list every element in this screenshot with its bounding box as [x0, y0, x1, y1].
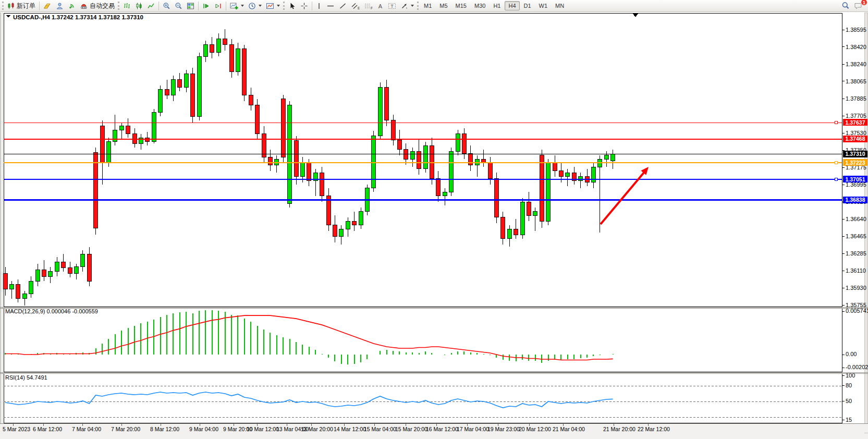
candle-chart-type-button[interactable]: [133, 1, 145, 11]
timeframe-H1[interactable]: H1: [490, 1, 504, 10]
text-label-button[interactable]: T: [386, 1, 398, 11]
trendline-button[interactable]: [337, 1, 349, 11]
svg-text:21 Mar 20:00: 21 Mar 20:00: [603, 426, 635, 432]
fibonacci-button[interactable]: F: [362, 1, 375, 11]
svg-text:5 Mar 2023: 5 Mar 2023: [3, 426, 30, 432]
template-icon: [266, 2, 274, 10]
svg-text:15 Mar 20:00: 15 Mar 20:00: [395, 426, 427, 432]
market-button[interactable]: [41, 1, 54, 11]
zoom-in-button[interactable]: [161, 1, 173, 11]
fibonacci-icon: F: [364, 2, 373, 10]
svg-text:13 Mar 20:00: 13 Mar 20:00: [301, 426, 333, 432]
timeframe-D1[interactable]: D1: [520, 1, 535, 10]
svg-text:1.37310: 1.37310: [846, 151, 865, 157]
svg-text:15: 15: [846, 417, 852, 423]
svg-text:A: A: [378, 3, 383, 9]
bar-chart-icon: [123, 2, 131, 10]
cursor-arrow-icon: [288, 2, 296, 10]
svg-text:10 Mar 12:00: 10 Mar 12:00: [247, 426, 279, 432]
svg-text:1.36838: 1.36838: [846, 197, 865, 203]
indicators-icon: [230, 2, 238, 10]
timeframe-MN[interactable]: MN: [552, 1, 568, 10]
notifications-button[interactable]: 1: [852, 1, 865, 11]
svg-text:1.38240: 1.38240: [846, 61, 866, 67]
svg-text:19 Mar 23:00: 19 Mar 23:00: [487, 426, 520, 432]
svg-text:7 Mar 04:00: 7 Mar 04:00: [72, 426, 101, 432]
svg-text:1.37468: 1.37468: [846, 136, 865, 142]
search-icon: [841, 2, 850, 10]
svg-text:7 Mar 20:00: 7 Mar 20:00: [111, 426, 140, 432]
text-icon: A: [377, 2, 384, 10]
vertical-line-button[interactable]: [314, 1, 324, 11]
periods-button[interactable]: [246, 1, 264, 11]
chevron-down-icon: [241, 5, 244, 7]
toolbar-separator: [158, 2, 159, 10]
timeframe-M5[interactable]: M5: [436, 1, 451, 10]
pane-frames: [0, 14, 868, 423]
svg-text:1.37705: 1.37705: [846, 113, 866, 119]
chart-title: USDCAD-,H4 1.37242 1.37314 1.37182 1.373…: [6, 14, 143, 20]
toolbar-separator: [39, 2, 40, 10]
svg-text:1.36110: 1.36110: [846, 267, 866, 274]
chart-shift-button[interactable]: [212, 1, 224, 11]
timeframe-H4[interactable]: H4: [505, 1, 519, 10]
svg-text:1.38420: 1.38420: [846, 44, 866, 50]
templates-button[interactable]: [264, 1, 282, 11]
auto-trading-button[interactable]: 自动交易: [78, 1, 117, 11]
vertical-line-icon: [316, 2, 322, 10]
toolbar-separator: [198, 2, 199, 10]
signals-button[interactable]: [66, 1, 78, 11]
svg-text:USDCAD-,H4 1.37242 1.37314 1.: USDCAD-,H4 1.37242 1.37314 1.37182 1.373…: [13, 14, 143, 20]
svg-text:15 Mar 04:00: 15 Mar 04:00: [364, 426, 396, 432]
line-chart-type-button[interactable]: [145, 1, 157, 11]
gold-ingot-icon: [43, 2, 52, 10]
zoom-in-icon: [163, 2, 170, 10]
svg-text:17 Mar 04:00: 17 Mar 04:00: [457, 426, 489, 432]
timeframe-toolbar: M1M5M15M30H1H4D1W1MN: [420, 1, 568, 10]
svg-text:80: 80: [846, 382, 852, 388]
horizontal-line-icon: [326, 2, 335, 10]
crosshair-button[interactable]: [298, 1, 310, 11]
notification-badge: 1: [861, 0, 867, 6]
cursor-button[interactable]: [286, 1, 298, 11]
chevron-down-icon: [277, 5, 280, 7]
chevron-down-icon: [411, 5, 414, 7]
search-button[interactable]: [839, 1, 852, 11]
channel-button[interactable]: E: [349, 1, 362, 11]
toolbar-grip[interactable]: [2, 2, 4, 10]
timeframe-W1[interactable]: W1: [535, 1, 552, 10]
svg-text:21 Mar 04:00: 21 Mar 04:00: [553, 426, 585, 432]
timeframe-M1[interactable]: M1: [420, 1, 435, 10]
profile-icon: [56, 2, 64, 10]
svg-text:E: E: [358, 6, 360, 10]
svg-text:1.36465: 1.36465: [846, 233, 866, 239]
line-chart-icon: [147, 2, 155, 10]
auto-trading-robot-icon: [80, 2, 88, 10]
time-axis[interactable]: 5 Mar 20236 Mar 12:007 Mar 04:007 Mar 20…: [0, 423, 868, 433]
horizontal-line-button[interactable]: [324, 1, 337, 11]
new-order-button[interactable]: 新订单: [5, 1, 38, 11]
profile-button[interactable]: [54, 1, 66, 11]
svg-text:22 Mar 12:00: 22 Mar 12:00: [638, 426, 670, 432]
svg-text:1.37885: 1.37885: [846, 95, 866, 102]
text-button[interactable]: A: [375, 1, 386, 11]
shapes-button[interactable]: [398, 1, 416, 11]
svg-text:6 Mar 12:00: 6 Mar 12:00: [33, 426, 62, 432]
auto-scroll-button[interactable]: [200, 1, 212, 11]
clock-icon: [248, 2, 256, 10]
svg-text:9 Mar 04:00: 9 Mar 04:00: [189, 426, 218, 432]
tile-windows-button[interactable]: [185, 1, 197, 11]
toolbar-grip[interactable]: [283, 2, 285, 10]
mt4-terminal: { "toolbar": { "new_order_label": "新订单",…: [0, 0, 868, 439]
chart-window[interactable]: 1.385951.384201.382401.380651.378851.377…: [0, 0, 868, 439]
toolbar-separator: [312, 2, 312, 10]
trendline-icon: [339, 2, 347, 10]
toolbar-grip[interactable]: [118, 2, 119, 10]
new-order-icon: [7, 2, 15, 10]
bar-chart-type-button[interactable]: [121, 1, 133, 11]
toolbar-grip[interactable]: [417, 2, 419, 10]
indicators-button[interactable]: [228, 1, 246, 11]
zoom-out-button[interactable]: [173, 1, 185, 11]
timeframe-M30[interactable]: M30: [471, 1, 489, 10]
timeframe-M15[interactable]: M15: [452, 1, 470, 10]
